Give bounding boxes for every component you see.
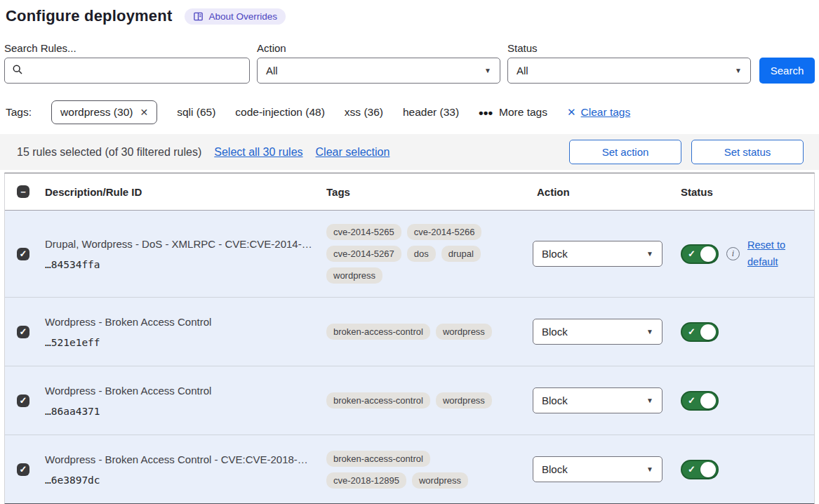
row-checkbox[interactable]: ✓: [17, 248, 29, 260]
toggle-knob: [700, 393, 716, 409]
tag-pill: cve-2014-5267: [326, 246, 401, 262]
check-icon: ✓: [20, 249, 27, 258]
rule-tags: broken-access-control wordpress: [322, 324, 533, 340]
status-toggle[interactable]: ✓: [681, 244, 719, 264]
chevron-down-icon: ▼: [484, 67, 491, 74]
action-filter-value: All: [266, 65, 278, 77]
close-icon: ✕: [567, 106, 576, 119]
selected-tag-chip-wordpress[interactable]: wordpress (30) ✕: [51, 100, 157, 124]
rule-description: Wordpress - Broken Access Control: [45, 384, 317, 398]
column-header-tags: Tags: [322, 186, 533, 198]
selection-bar: 15 rules selected (of 30 filtered rules)…: [0, 134, 819, 170]
tag-pill: wordpress: [412, 472, 468, 489]
check-icon: ✓: [688, 464, 695, 475]
check-icon: ✓: [688, 326, 695, 337]
search-icon: [12, 64, 23, 77]
tag-pill: dos: [407, 246, 436, 262]
chevron-down-icon: ▼: [646, 250, 653, 258]
search-rules-group: Search Rules...: [4, 42, 250, 84]
toggle-knob: [700, 246, 716, 262]
book-icon: [193, 11, 204, 22]
filters-row: Search Rules... Action All ▼ Status: [4, 42, 815, 84]
page-title: Configure deployment: [6, 7, 172, 25]
row-checkbox[interactable]: ✓: [17, 463, 29, 476]
check-icon: ✓: [688, 248, 695, 259]
search-rules-input[interactable]: [29, 65, 242, 77]
action-select[interactable]: Block ▼: [533, 387, 662, 413]
more-tags-button[interactable]: ••• More tags: [479, 106, 547, 119]
reset-to-default-link[interactable]: Reset to default: [747, 237, 792, 270]
search-button[interactable]: Search: [759, 58, 815, 84]
tag-pill: wordpress: [436, 392, 492, 409]
tag-pill: broken-access-control: [326, 392, 430, 409]
toggle-knob: [700, 462, 716, 477]
clear-tags-label: Clear tags: [581, 106, 631, 119]
action-select[interactable]: Block ▼: [533, 456, 662, 482]
selected-tag-label: wordpress (30): [60, 106, 133, 119]
tag-filter-xss[interactable]: xss (36): [345, 106, 383, 119]
chevron-down-icon: ▼: [646, 328, 653, 336]
action-select[interactable]: Block ▼: [533, 241, 662, 267]
table-row: ✓ Wordpress - Broken Access Control - CV…: [5, 435, 814, 503]
tag-pill: cve-2014-5265: [326, 224, 401, 240]
action-value: Block: [542, 248, 568, 260]
tag-filter-header[interactable]: header (33): [403, 106, 459, 119]
status-toggle[interactable]: ✓: [681, 322, 719, 342]
tags-bar-label: Tags:: [6, 106, 32, 119]
select-all-checkbox[interactable]: −: [17, 185, 29, 198]
table-row: ✓ Wordpress - Broken Access Control …521…: [5, 297, 814, 366]
more-tags-label: More tags: [499, 106, 547, 119]
toggle-knob: [700, 324, 716, 340]
action-value: Block: [542, 394, 568, 406]
row-checkbox[interactable]: ✓: [17, 326, 29, 338]
action-value: Block: [542, 463, 568, 475]
tag-pill: cve-2014-5266: [407, 224, 482, 240]
table-row: ✓ Wordpress - Broken Access Control …86a…: [5, 366, 814, 435]
tag-pill: wordpress: [436, 324, 492, 340]
check-icon: ✓: [20, 327, 27, 336]
select-all-link[interactable]: Select all 30 rules: [214, 146, 302, 159]
rule-description: Wordpress - Broken Access Control: [45, 315, 317, 329]
check-icon: ✓: [20, 396, 27, 405]
about-overrides-badge[interactable]: About Overrides: [185, 8, 286, 25]
minus-icon: −: [20, 187, 26, 197]
set-action-button[interactable]: Set action: [569, 140, 681, 164]
rule-tags: cve-2014-5265 cve-2014-5266 cve-2014-526…: [322, 224, 533, 284]
rule-tags: broken-access-control cve-2018-12895 wor…: [322, 451, 533, 489]
rule-description: Drupal, Wordpress - DoS - XMLRPC - CVE:C…: [45, 237, 317, 251]
set-status-button[interactable]: Set status: [691, 140, 804, 164]
rule-id: …86aa4371: [45, 406, 317, 417]
selection-summary: 15 rules selected (of 30 filtered rules): [17, 146, 201, 159]
status-toggle[interactable]: ✓: [681, 391, 719, 411]
tag-pill: drupal: [441, 246, 481, 262]
about-overrides-label: About Overrides: [208, 11, 277, 22]
tag-pill: broken-access-control: [326, 451, 430, 467]
info-icon[interactable]: i: [726, 247, 740, 260]
tag-filter-sqli[interactable]: sqli (65): [177, 106, 215, 119]
rules-table: − Description/Rule ID Tags Action Status…: [4, 173, 815, 504]
tag-filter-code-injection[interactable]: code-injection (48): [235, 106, 325, 119]
rule-tags: broken-access-control wordpress: [322, 392, 533, 409]
status-filter-value: All: [517, 65, 528, 77]
tag-pill: wordpress: [326, 267, 382, 284]
status-filter-group: Status All ▼: [507, 42, 751, 84]
status-filter-label: Status: [507, 42, 751, 54]
action-filter-select[interactable]: All ▼: [257, 58, 500, 84]
rule-id: …84534ffa: [45, 259, 317, 270]
chevron-down-icon: ▼: [646, 465, 653, 473]
tag-pill: cve-2018-12895: [326, 472, 406, 489]
tags-bar: Tags: wordpress (30) ✕ sqli (65) code-in…: [4, 100, 815, 124]
status-filter-select[interactable]: All ▼: [507, 58, 751, 84]
column-header-status: Status: [677, 186, 814, 198]
rule-id: …6e3897dc: [45, 475, 317, 486]
table-header-row: − Description/Rule ID Tags Action Status: [5, 173, 814, 210]
action-select[interactable]: Block ▼: [533, 319, 662, 345]
search-rules-label: Search Rules...: [4, 42, 250, 54]
clear-selection-link[interactable]: Clear selection: [316, 146, 390, 159]
search-rules-box: [4, 58, 250, 84]
action-filter-group: Action All ▼: [257, 42, 500, 84]
clear-tags-link[interactable]: ✕ Clear tags: [567, 106, 630, 119]
remove-tag-icon[interactable]: ✕: [140, 107, 148, 118]
status-toggle[interactable]: ✓: [681, 460, 719, 479]
row-checkbox[interactable]: ✓: [17, 394, 29, 407]
